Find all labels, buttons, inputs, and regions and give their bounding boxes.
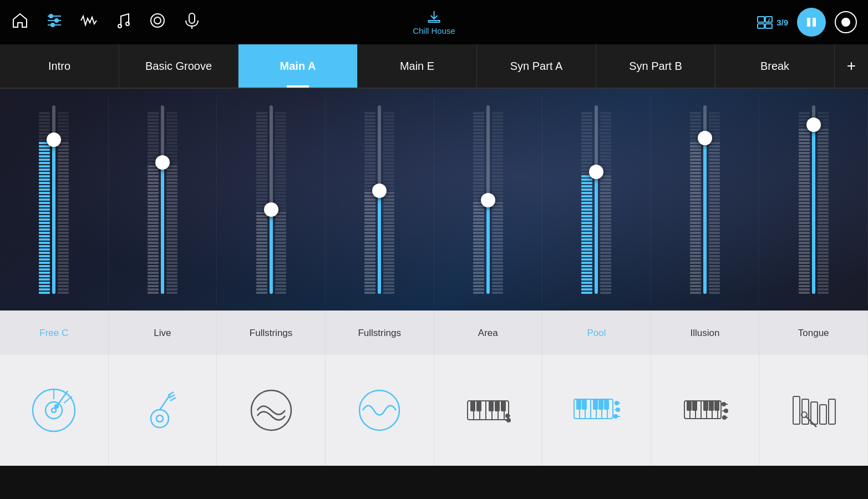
fader-handle-ch3[interactable]: [264, 202, 278, 217]
channel-label-ch8[interactable]: Tongue: [759, 311, 868, 355]
tab-main-a[interactable]: Main A: [238, 44, 358, 88]
fader-fill-ch3: [270, 209, 273, 294]
svg-rect-12: [758, 17, 764, 22]
svg-point-3: [49, 14, 53, 18]
fader-handle-ch7[interactable]: [698, 131, 712, 145]
page-counter-wrapper[interactable]: 3/9: [757, 14, 788, 30]
tab-basic-groove[interactable]: Basic Groove: [119, 44, 238, 88]
channel-ch5[interactable]: [434, 94, 543, 305]
svg-point-66: [614, 415, 617, 418]
channel-label-ch1[interactable]: Free C: [0, 311, 109, 355]
instrument-cell-area[interactable]: [434, 355, 543, 466]
fader-fill-ch7: [703, 138, 707, 294]
svg-rect-10: [189, 13, 195, 23]
svg-rect-17: [813, 18, 816, 27]
download-icon: [427, 9, 441, 24]
music-note-icon[interactable]: [114, 12, 132, 33]
svg-point-84: [723, 416, 726, 419]
svg-point-25: [151, 410, 169, 427]
instrument-cell-illusion[interactable]: [651, 355, 760, 466]
mixer-area: [0, 89, 868, 310]
svg-point-46: [506, 414, 509, 417]
channel-ch6[interactable]: [542, 94, 651, 305]
tab-break[interactable]: Break: [715, 44, 835, 88]
fader-track-ch6[interactable]: [595, 105, 598, 294]
svg-rect-57: [582, 399, 586, 409]
tab-intro[interactable]: Intro: [0, 44, 119, 88]
instrument-icons: [0, 355, 868, 466]
fader-track-ch7[interactable]: [703, 105, 707, 294]
svg-point-82: [724, 409, 728, 413]
channel-label-ch3[interactable]: Fullstrings: [217, 311, 326, 355]
svg-rect-44: [501, 401, 505, 411]
fader-handle-ch1[interactable]: [47, 133, 61, 147]
nav-center[interactable]: Chill House: [413, 9, 455, 35]
loop-icon[interactable]: [149, 12, 166, 33]
channel-label-ch5[interactable]: Area: [434, 311, 543, 355]
tab-main-e[interactable]: Main E: [358, 44, 477, 88]
svg-line-23: [57, 391, 68, 406]
instrument-cell-fullstrings-2[interactable]: [326, 355, 434, 466]
fader-handle-ch5[interactable]: [481, 193, 495, 207]
svg-rect-40: [471, 401, 475, 411]
svg-point-9: [154, 17, 161, 24]
svg-rect-56: [577, 399, 581, 409]
channel-ch1[interactable]: [0, 94, 109, 305]
channel-label-ch6[interactable]: Pool: [542, 311, 651, 355]
waveform-icon[interactable]: [80, 12, 98, 33]
add-tab-button[interactable]: +: [835, 44, 868, 88]
channel-ch2[interactable]: [109, 94, 217, 305]
top-nav: Chill House 3/9: [0, 0, 868, 44]
channel-label-ch2[interactable]: Live: [109, 311, 217, 355]
pause-button[interactable]: [797, 8, 826, 37]
channel-ch4[interactable]: [326, 94, 434, 305]
svg-line-30: [170, 398, 176, 401]
fader-handle-ch6[interactable]: [589, 165, 603, 179]
instrument-cell-tongue[interactable]: [759, 355, 868, 466]
svg-rect-42: [489, 401, 493, 411]
mic-icon[interactable]: [183, 12, 201, 33]
page-counter: 3/9: [776, 18, 788, 27]
tab-syn-part-a[interactable]: Syn Part A: [477, 44, 596, 88]
channel-label-ch4[interactable]: Fullstrings: [326, 311, 434, 355]
mixer-channels: [0, 89, 868, 310]
instrument-cell-live[interactable]: [109, 355, 217, 466]
channel-ch8[interactable]: [759, 94, 868, 305]
fader-track-ch2[interactable]: [161, 105, 164, 294]
fader-fill-ch4: [378, 190, 381, 294]
svg-point-5: [51, 23, 54, 27]
svg-point-20: [52, 408, 56, 413]
svg-point-8: [151, 14, 164, 27]
instrument-cell-pool[interactable]: [542, 355, 651, 466]
fader-track-ch3[interactable]: [270, 105, 273, 294]
channel-ch3[interactable]: [217, 94, 326, 305]
fader-fill-ch5: [486, 200, 490, 294]
nav-right: 3/9: [757, 8, 857, 37]
tab-syn-part-b[interactable]: Syn Part B: [596, 44, 715, 88]
svg-rect-87: [811, 402, 818, 424]
record-button[interactable]: [835, 11, 857, 33]
instrument-cell-fullstrings-1[interactable]: [217, 355, 326, 466]
song-title: Chill House: [413, 26, 455, 35]
svg-rect-77: [709, 401, 713, 410]
fader-track-ch4[interactable]: [378, 105, 381, 294]
svg-point-80: [722, 403, 725, 406]
channel-label-ch7[interactable]: Illusion: [651, 311, 760, 355]
fader-handle-ch4[interactable]: [372, 184, 387, 198]
sliders-icon[interactable]: [45, 12, 63, 33]
svg-rect-15: [765, 24, 772, 28]
instrument-cell-free-c[interactable]: [0, 355, 109, 466]
svg-point-19: [45, 402, 62, 419]
svg-rect-43: [495, 401, 499, 411]
svg-rect-41: [477, 401, 481, 411]
channel-ch7[interactable]: [651, 94, 760, 305]
fader-handle-ch8[interactable]: [806, 118, 821, 132]
svg-rect-16: [807, 18, 810, 27]
fader-handle-ch2[interactable]: [155, 155, 170, 170]
home-icon[interactable]: [11, 12, 29, 33]
fader-track-ch8[interactable]: [812, 105, 815, 294]
fader-track-ch5[interactable]: [486, 105, 490, 294]
fader-track-ch1[interactable]: [52, 105, 55, 294]
tabs-bar: Intro Basic Groove Main A Main E Syn Par…: [0, 44, 868, 89]
svg-point-4: [55, 19, 58, 22]
